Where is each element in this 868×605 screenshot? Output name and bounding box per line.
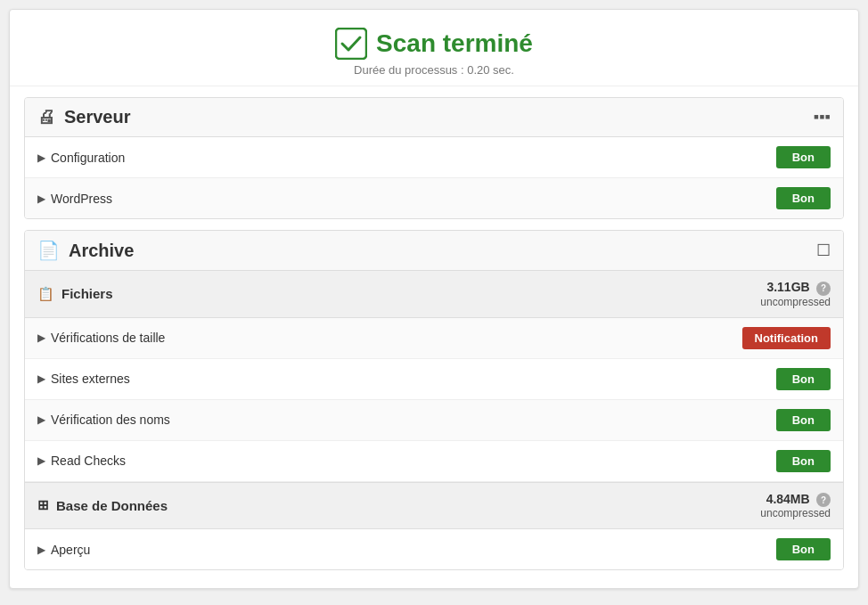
- arrow-icon: ▶: [37, 372, 45, 385]
- fichiers-subsection-header: 📋 Fichiers 3.11GB ? uncompressed: [25, 271, 843, 318]
- badge-bon[interactable]: Bon: [776, 187, 831, 209]
- table-row: ▶ Sites externes Bon: [25, 359, 843, 400]
- bdd-meta: 4.84MB ? uncompressed: [760, 492, 831, 520]
- title-text: Scan terminé: [376, 29, 533, 58]
- row-label-text: Vérification des noms: [51, 413, 170, 427]
- archive-icon: 📄: [37, 240, 60, 261]
- serveur-section: 🖨 Serveur ▪▪▪ ▶ Configuration Bon ▶ Word…: [24, 97, 844, 219]
- row-label: ▶ WordPress: [37, 192, 112, 206]
- badge-notification[interactable]: Notification: [742, 327, 831, 349]
- fichiers-meta: 3.11GB ? uncompressed: [760, 280, 831, 308]
- page-header: Scan terminé Durée du processus : 0.20 s…: [10, 10, 858, 86]
- row-label-text: Sites externes: [51, 372, 130, 386]
- table-row: ▶ Vérifications de taille Notification: [25, 318, 843, 359]
- check-icon: [335, 28, 367, 60]
- row-label: ▶ Vérifications de taille: [37, 331, 165, 345]
- row-label: ▶ Configuration: [37, 151, 125, 165]
- row-label-text: WordPress: [51, 192, 112, 206]
- table-row: ▶ Vérification des noms Bon: [25, 400, 843, 441]
- arrow-icon: ▶: [37, 413, 45, 426]
- server-icon: 🖨: [37, 107, 55, 127]
- help-icon[interactable]: ?: [816, 493, 831, 507]
- row-label-text: Configuration: [51, 151, 125, 165]
- fichiers-title: 📋 Fichiers: [37, 286, 113, 302]
- bdd-subsection-header: ⊞ Base de Données 4.84MB ? uncompressed: [25, 482, 843, 530]
- archive-section: 📄 Archive ☐ 📋 Fichiers 3.11GB ? uncompre…: [24, 230, 844, 570]
- serveur-title: 🖨 Serveur: [37, 107, 131, 127]
- archive-action-icon[interactable]: ☐: [816, 241, 831, 260]
- help-icon[interactable]: ?: [816, 282, 831, 296]
- arrow-icon: ▶: [37, 192, 45, 205]
- arrow-icon: ▶: [37, 544, 45, 556]
- bdd-icon: ⊞: [37, 497, 49, 513]
- badge-bon[interactable]: Bon: [776, 450, 831, 472]
- badge-bon[interactable]: Bon: [776, 538, 831, 560]
- table-row: ▶ Read Checks Bon: [25, 441, 843, 482]
- main-container: Scan terminé Durée du processus : 0.20 s…: [9, 9, 859, 589]
- badge-bon[interactable]: Bon: [776, 409, 831, 431]
- row-label: ▶ Vérification des noms: [37, 413, 170, 427]
- archive-title: 📄 Archive: [37, 240, 134, 261]
- serveur-action-icon[interactable]: ▪▪▪: [814, 108, 831, 127]
- row-label: ▶ Read Checks: [37, 454, 126, 468]
- bdd-title: ⊞ Base de Données: [37, 497, 168, 513]
- table-row: ▶ WordPress Bon: [25, 178, 843, 218]
- archive-section-header: 📄 Archive ☐: [25, 231, 843, 271]
- row-label-text: Aperçu: [51, 543, 90, 557]
- arrow-icon: ▶: [37, 151, 45, 164]
- arrow-icon: ▶: [37, 454, 45, 467]
- arrow-icon: ▶: [37, 331, 45, 344]
- table-row: ▶ Aperçu Bon: [25, 529, 843, 569]
- row-label-text: Vérifications de taille: [51, 331, 165, 345]
- page-title: Scan terminé: [10, 28, 858, 60]
- table-row: ▶ Configuration Bon: [25, 137, 843, 178]
- serveur-section-header: 🖨 Serveur ▪▪▪: [25, 98, 843, 137]
- row-label: ▶ Aperçu: [37, 543, 90, 557]
- svg-rect-0: [336, 29, 366, 59]
- badge-bon[interactable]: Bon: [776, 146, 831, 168]
- header-subtitle: Durée du processus : 0.20 sec.: [10, 63, 858, 77]
- row-label-text: Read Checks: [51, 454, 126, 468]
- row-label: ▶ Sites externes: [37, 372, 130, 386]
- fichiers-icon: 📋: [37, 286, 54, 302]
- badge-bon[interactable]: Bon: [776, 368, 831, 390]
